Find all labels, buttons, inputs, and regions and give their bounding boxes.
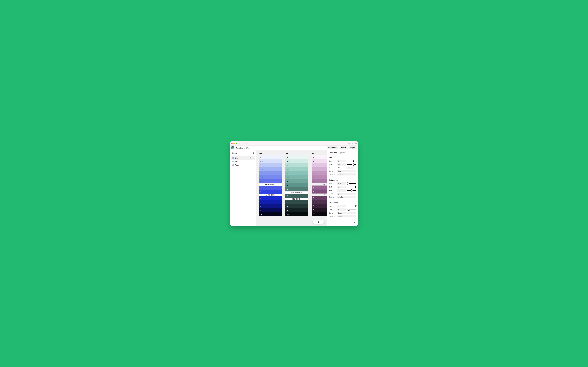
hue-start-label: Start xyxy=(329,160,336,162)
sat-rate-slider[interactable] xyxy=(347,189,356,192)
color-step[interactable]: 3 xyxy=(312,179,327,183)
color-step[interactable]: 0 xyxy=(259,155,281,159)
palette-rose[interactable]: Rose00.511.522.534.5:1 (#000000) ↑453:1 … xyxy=(312,153,327,223)
zoom-in-icon[interactable]: + xyxy=(315,221,316,223)
add-color-icon[interactable]: + xyxy=(253,152,254,154)
bri-end-slider[interactable] xyxy=(347,208,356,211)
color-step[interactable]: 0.5 xyxy=(259,159,281,163)
swatch-icon xyxy=(232,164,234,166)
sat-end-slider[interactable] xyxy=(347,186,356,188)
bri-start-slider[interactable] xyxy=(347,205,356,208)
hue-start-input[interactable]: 220 xyxy=(337,160,346,162)
color-step[interactable]: 9 xyxy=(312,208,327,212)
color-step[interactable]: 6 xyxy=(259,196,281,200)
hue-curve-select[interactable]: Quad xyxy=(337,170,356,172)
color-step[interactable]: 2 xyxy=(312,171,327,175)
sat-curve-select[interactable]: Quad xyxy=(337,192,356,195)
hue-direction-select[interactable]: easeOut xyxy=(337,173,356,175)
color-step[interactable]: 7 xyxy=(285,200,308,204)
color-step[interactable]: 8 xyxy=(312,204,327,208)
color-step[interactable]: 4 xyxy=(312,185,327,190)
bri-curve-select[interactable]: Quart xyxy=(337,212,356,214)
sidebar-item-blue[interactable]: Blue− xyxy=(231,156,255,160)
color-step[interactable]: 2.5 xyxy=(285,175,308,179)
minimize-window-icon[interactable] xyxy=(233,143,235,144)
color-step[interactable]: 6 xyxy=(312,196,327,200)
bri-start-input[interactable]: 1 xyxy=(337,205,346,207)
color-step[interactable]: 5 xyxy=(285,187,308,191)
color-step[interactable]: 3 xyxy=(259,179,281,183)
sat-rate-input[interactable]: 1 xyxy=(337,189,346,192)
share-icon[interactable] xyxy=(348,142,350,145)
canvas[interactable]: Blue00.511.522.534.5:1 (#000000) ↑453:1 … xyxy=(256,150,327,225)
hue-start-slider[interactable] xyxy=(347,160,356,162)
sat-direction-label: Direction xyxy=(329,196,336,198)
hue-direction-row: Direction easeOut xyxy=(329,173,356,175)
color-step[interactable]: 4 xyxy=(259,186,281,190)
color-step[interactable]: 10 xyxy=(259,212,281,216)
tab-options[interactable]: Options xyxy=(339,152,345,154)
close-window-icon[interactable] xyxy=(231,143,232,144)
hue-curve-row: Curve Quad xyxy=(329,170,356,172)
zoom-out-icon[interactable]: − xyxy=(321,221,323,223)
sidebar-item-teal[interactable]: Teal xyxy=(231,160,255,163)
chrome-right-icons xyxy=(348,142,357,145)
tab-properties[interactable]: Properties xyxy=(329,152,337,154)
palette-blue[interactable]: Blue00.511.522.534.5:1 (#000000) ↑453:1 … xyxy=(259,153,281,223)
color-step[interactable]: 0.5 xyxy=(312,159,327,163)
color-step[interactable]: 2.5 xyxy=(259,175,281,179)
bri-end-input[interactable]: 0.2 xyxy=(337,209,346,211)
color-step[interactable]: 6 xyxy=(285,194,308,198)
bri-direction-select[interactable]: easeIn xyxy=(337,215,356,217)
color-step[interactable]: 0 xyxy=(285,155,308,159)
color-step[interactable]: 5 xyxy=(312,190,327,193)
color-step[interactable]: 1.5 xyxy=(285,167,308,171)
sat-start-slider[interactable] xyxy=(347,182,356,185)
back-icon[interactable] xyxy=(242,142,244,145)
resources-button[interactable]: Resources xyxy=(327,146,338,149)
color-step[interactable]: 10 xyxy=(312,212,327,216)
new-tab-icon[interactable] xyxy=(351,142,353,145)
hue-end-slider[interactable] xyxy=(347,163,356,166)
color-step[interactable]: 1 xyxy=(312,163,327,167)
color-step[interactable]: 9 xyxy=(259,208,281,212)
color-step[interactable]: 0 xyxy=(312,155,327,159)
rotation-clockwise-button[interactable]: Clockwise xyxy=(337,167,346,169)
hue-end-input[interactable]: 240 xyxy=(337,163,346,166)
color-step[interactable]: 0.5 xyxy=(285,159,308,163)
zoom-reset-icon[interactable]: ◉ xyxy=(318,221,319,223)
color-step[interactable]: 3 xyxy=(285,179,308,183)
bolt-icon[interactable]: ⚡︎ xyxy=(353,221,356,224)
maximize-window-icon[interactable] xyxy=(236,143,237,144)
sidebar-toggle-icon[interactable] xyxy=(239,142,240,145)
color-step[interactable]: 1 xyxy=(259,163,281,167)
palette-steps: 00.511.522.53454.5:1 (#000000) ↑63:1 (#0… xyxy=(285,155,308,216)
import-button[interactable]: Import xyxy=(339,146,348,149)
color-step[interactable]: 4 xyxy=(285,183,308,187)
color-step[interactable]: 9 xyxy=(285,208,308,212)
sat-end-input[interactable]: 1 xyxy=(337,186,346,188)
sidebar-item-rose[interactable]: Rose xyxy=(231,163,255,167)
palette-teal[interactable]: Teal00.511.522.53454.5:1 (#000000) ↑63:1… xyxy=(285,153,308,223)
sat-start-input[interactable]: 0.08 xyxy=(337,182,346,185)
color-step[interactable]: 1.5 xyxy=(312,167,327,171)
bri-direction-label: Direction xyxy=(329,216,336,217)
color-step[interactable]: 5 xyxy=(259,190,281,194)
color-step[interactable]: 2.5 xyxy=(312,175,327,179)
tabs-icon[interactable] xyxy=(355,142,357,145)
sat-direction-select[interactable]: easeOut xyxy=(337,196,356,198)
color-step[interactable]: 7 xyxy=(259,200,281,204)
forward-icon[interactable] xyxy=(246,142,247,145)
copy-icon[interactable] xyxy=(250,157,252,159)
export-button[interactable]: Export xyxy=(349,146,357,149)
remove-icon[interactable]: − xyxy=(253,157,254,159)
rotation-counter-button[interactable]: Counter xyxy=(346,167,355,169)
color-step[interactable]: 1.5 xyxy=(259,167,281,171)
color-step[interactable]: 1 xyxy=(285,163,308,167)
color-step[interactable]: 2 xyxy=(285,171,308,175)
color-step[interactable]: 10 xyxy=(285,212,308,216)
color-step[interactable]: 8 xyxy=(259,204,281,208)
color-step[interactable]: 2 xyxy=(259,171,281,175)
color-step[interactable]: 7 xyxy=(312,200,327,204)
color-step[interactable]: 8 xyxy=(285,204,308,208)
